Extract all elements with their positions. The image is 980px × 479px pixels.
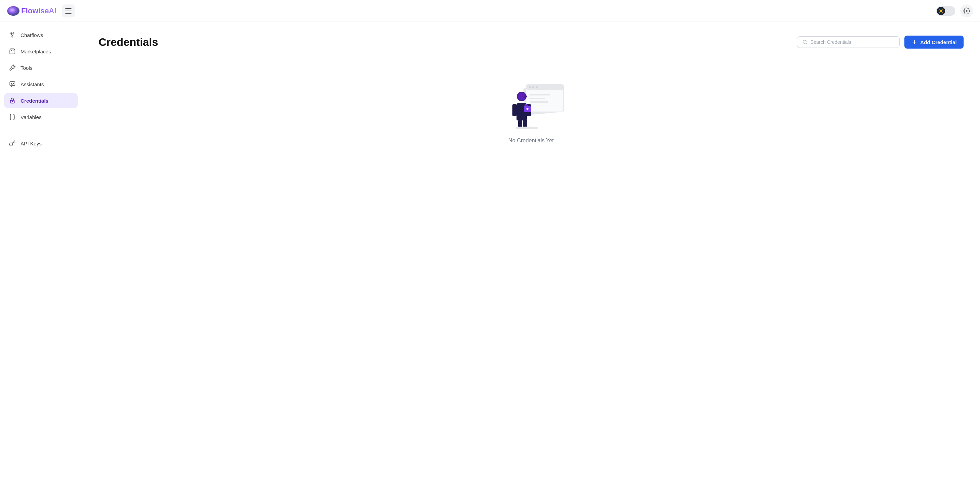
svg-point-47 bbox=[527, 108, 528, 110]
svg-point-25 bbox=[10, 143, 13, 146]
svg-rect-43 bbox=[512, 104, 517, 116]
sidebar-item-credentials[interactable]: Credentials bbox=[4, 93, 78, 108]
svg-point-35 bbox=[536, 86, 538, 88]
search-input[interactable] bbox=[810, 39, 894, 45]
sidebar-item-assistants-label: Assistants bbox=[21, 81, 44, 87]
header-left: FlowiseAI bbox=[7, 5, 75, 18]
sun-icon bbox=[939, 8, 943, 13]
svg-rect-48 bbox=[518, 120, 522, 127]
main-actions: Add Credential bbox=[797, 36, 964, 49]
svg-rect-36 bbox=[530, 94, 550, 95]
svg-line-9 bbox=[942, 9, 943, 10]
sidebar-item-marketplaces-label: Marketplaces bbox=[21, 49, 51, 54]
svg-rect-49 bbox=[523, 120, 527, 127]
main-content: Credentials Add Credential bbox=[82, 22, 980, 479]
gear-icon bbox=[963, 8, 970, 14]
variables-icon bbox=[9, 114, 16, 121]
header: FlowiseAI bbox=[0, 0, 980, 22]
tools-icon bbox=[9, 64, 16, 71]
svg-point-50 bbox=[515, 127, 539, 129]
search-box bbox=[797, 36, 900, 48]
sidebar-item-assistants[interactable]: Assistants bbox=[4, 76, 78, 92]
empty-state-text: No Credentials Yet bbox=[508, 138, 554, 144]
sidebar-divider bbox=[4, 130, 78, 130]
svg-point-33 bbox=[529, 86, 531, 88]
sidebar-item-variables[interactable]: Variables bbox=[4, 110, 78, 124]
credentials-illustration bbox=[497, 76, 565, 131]
svg-point-41 bbox=[524, 95, 527, 98]
sidebar-item-chatflows[interactable]: Chatflows bbox=[4, 27, 78, 43]
svg-line-13 bbox=[11, 34, 12, 36]
svg-point-12 bbox=[12, 36, 13, 37]
logo-text: FlowiseAI bbox=[21, 6, 56, 15]
svg-line-14 bbox=[12, 34, 13, 36]
svg-line-27 bbox=[806, 43, 807, 45]
svg-rect-38 bbox=[530, 101, 548, 103]
empty-illustration bbox=[497, 76, 565, 131]
sidebar-item-marketplaces[interactable]: Marketplaces bbox=[4, 44, 78, 59]
credentials-icon bbox=[9, 97, 16, 104]
add-credential-label: Add Credential bbox=[920, 39, 957, 45]
sidebar: Chatflows Marketplaces Tools bbox=[0, 22, 82, 479]
svg-point-34 bbox=[532, 86, 534, 88]
add-credential-button[interactable]: Add Credential bbox=[904, 36, 964, 49]
hamburger-button[interactable] bbox=[62, 5, 75, 18]
svg-point-26 bbox=[803, 40, 806, 43]
plus-icon bbox=[911, 39, 917, 45]
logo-icon bbox=[7, 5, 20, 17]
svg-rect-32 bbox=[526, 84, 564, 90]
sidebar-item-tools[interactable]: Tools bbox=[4, 60, 78, 75]
search-icon bbox=[802, 39, 808, 45]
svg-line-4 bbox=[939, 9, 940, 10]
settings-button[interactable] bbox=[960, 5, 973, 18]
theme-knob bbox=[937, 7, 945, 15]
svg-point-22 bbox=[13, 83, 14, 84]
page-title: Credentials bbox=[99, 36, 158, 49]
svg-point-24 bbox=[12, 102, 13, 102]
svg-point-21 bbox=[11, 83, 12, 84]
empty-state: No Credentials Yet bbox=[99, 76, 964, 144]
svg-point-0 bbox=[7, 6, 19, 16]
sidebar-item-chatflows-label: Chatflows bbox=[21, 32, 43, 38]
header-right bbox=[936, 5, 973, 18]
sidebar-item-api-keys-label: API Keys bbox=[21, 141, 42, 146]
layout: Chatflows Marketplaces Tools bbox=[0, 22, 980, 479]
sidebar-item-api-keys[interactable]: API Keys bbox=[4, 136, 78, 151]
svg-rect-23 bbox=[10, 100, 14, 103]
svg-rect-16 bbox=[10, 50, 15, 54]
svg-line-5 bbox=[942, 12, 943, 12]
sidebar-item-tools-label: Tools bbox=[21, 65, 32, 71]
logo: FlowiseAI bbox=[7, 5, 56, 17]
svg-point-1 bbox=[940, 10, 942, 12]
sidebar-item-credentials-label: Credentials bbox=[21, 98, 49, 103]
sidebar-item-variables-label: Variables bbox=[21, 114, 41, 120]
main-header: Credentials Add Credential bbox=[99, 36, 964, 49]
assistants-icon bbox=[9, 81, 16, 88]
chatflows-icon bbox=[9, 32, 16, 38]
theme-toggle-button[interactable] bbox=[936, 6, 955, 16]
api-keys-icon bbox=[9, 140, 16, 147]
svg-line-8 bbox=[939, 12, 940, 12]
marketplaces-icon bbox=[9, 48, 16, 55]
svg-rect-37 bbox=[530, 98, 545, 99]
